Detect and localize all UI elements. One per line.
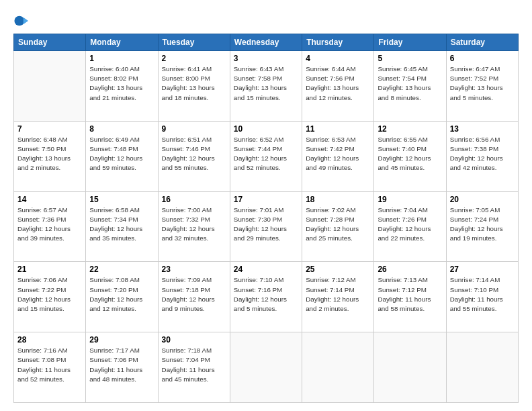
day-info: Sunrise: 7:17 AMSunset: 7:06 PMDaylight:…	[89, 346, 154, 384]
day-info: Sunrise: 6:40 AMSunset: 8:02 PMDaylight:…	[89, 64, 154, 103]
day-info: Sunrise: 7:16 AMSunset: 7:08 PMDaylight:…	[17, 346, 82, 384]
day-cell: 10Sunrise: 6:52 AMSunset: 7:44 PMDayligh…	[230, 121, 302, 191]
header-cell-wednesday: Wednesday	[230, 34, 302, 51]
day-cell	[302, 332, 374, 403]
header-cell-saturday: Saturday	[446, 34, 518, 51]
day-cell: 30Sunrise: 7:18 AMSunset: 7:04 PMDayligh…	[158, 332, 230, 403]
day-number: 24	[234, 265, 298, 274]
day-info: Sunrise: 6:57 AMSunset: 7:36 PMDaylight:…	[17, 205, 82, 244]
header-row: SundayMondayTuesdayWednesdayThursdayFrid…	[14, 34, 519, 51]
day-number: 25	[306, 265, 370, 274]
day-info: Sunrise: 6:56 AMSunset: 7:38 PMDaylight:…	[450, 135, 515, 173]
day-cell: 29Sunrise: 7:17 AMSunset: 7:06 PMDayligh…	[86, 332, 158, 403]
day-info: Sunrise: 7:01 AMSunset: 7:30 PMDaylight:…	[234, 205, 298, 244]
day-number: 22	[89, 265, 154, 274]
day-number: 21	[17, 265, 82, 274]
day-cell: 19Sunrise: 7:04 AMSunset: 7:26 PMDayligh…	[374, 191, 446, 262]
day-cell: 7Sunrise: 6:48 AMSunset: 7:50 PMDaylight…	[14, 121, 86, 191]
day-number: 9	[162, 124, 226, 134]
day-number: 7	[17, 124, 82, 134]
day-info: Sunrise: 6:55 AMSunset: 7:40 PMDaylight:…	[378, 135, 442, 173]
day-info: Sunrise: 6:51 AMSunset: 7:46 PMDaylight:…	[162, 135, 226, 173]
day-info: Sunrise: 7:08 AMSunset: 7:20 PMDaylight:…	[89, 275, 154, 314]
day-number: 10	[234, 124, 298, 134]
day-cell: 12Sunrise: 6:55 AMSunset: 7:40 PMDayligh…	[374, 121, 446, 191]
day-number: 2	[162, 54, 226, 63]
day-number: 14	[17, 195, 82, 204]
day-cell	[446, 332, 518, 403]
week-row-4: 21Sunrise: 7:06 AMSunset: 7:22 PMDayligh…	[14, 262, 519, 332]
day-cell: 14Sunrise: 6:57 AMSunset: 7:36 PMDayligh…	[14, 191, 86, 262]
header-cell-thursday: Thursday	[302, 34, 374, 51]
logo-icon	[13, 13, 28, 28]
header-cell-monday: Monday	[86, 34, 158, 51]
day-cell: 18Sunrise: 7:02 AMSunset: 7:28 PMDayligh…	[302, 191, 374, 262]
day-number: 3	[234, 54, 298, 63]
week-row-5: 28Sunrise: 7:16 AMSunset: 7:08 PMDayligh…	[14, 332, 519, 403]
day-cell	[14, 51, 86, 122]
day-cell: 23Sunrise: 7:09 AMSunset: 7:18 PMDayligh…	[158, 262, 230, 332]
day-cell: 8Sunrise: 6:49 AMSunset: 7:48 PMDaylight…	[86, 121, 158, 191]
day-info: Sunrise: 7:04 AMSunset: 7:26 PMDaylight:…	[378, 205, 442, 244]
day-number: 11	[306, 124, 370, 134]
day-number: 29	[89, 335, 154, 345]
day-cell: 9Sunrise: 6:51 AMSunset: 7:46 PMDaylight…	[158, 121, 230, 191]
day-cell: 26Sunrise: 7:13 AMSunset: 7:12 PMDayligh…	[374, 262, 446, 332]
calendar-table: SundayMondayTuesdayWednesdayThursdayFrid…	[13, 34, 519, 403]
day-cell: 17Sunrise: 7:01 AMSunset: 7:30 PMDayligh…	[230, 191, 302, 262]
day-info: Sunrise: 7:06 AMSunset: 7:22 PMDaylight:…	[17, 275, 82, 314]
week-row-2: 7Sunrise: 6:48 AMSunset: 7:50 PMDaylight…	[14, 121, 519, 191]
day-cell: 13Sunrise: 6:56 AMSunset: 7:38 PMDayligh…	[446, 121, 518, 191]
day-cell: 20Sunrise: 7:05 AMSunset: 7:24 PMDayligh…	[446, 191, 518, 262]
day-number: 27	[450, 265, 515, 274]
day-info: Sunrise: 6:41 AMSunset: 8:00 PMDaylight:…	[162, 64, 226, 103]
day-cell: 28Sunrise: 7:16 AMSunset: 7:08 PMDayligh…	[14, 332, 86, 403]
day-cell: 27Sunrise: 7:14 AMSunset: 7:10 PMDayligh…	[446, 262, 518, 332]
day-info: Sunrise: 7:02 AMSunset: 7:28 PMDaylight:…	[306, 205, 370, 244]
day-cell: 3Sunrise: 6:43 AMSunset: 7:58 PMDaylight…	[230, 51, 302, 122]
day-info: Sunrise: 6:58 AMSunset: 7:34 PMDaylight:…	[89, 205, 154, 244]
week-row-3: 14Sunrise: 6:57 AMSunset: 7:36 PMDayligh…	[14, 191, 519, 262]
day-info: Sunrise: 7:13 AMSunset: 7:12 PMDaylight:…	[378, 275, 442, 314]
day-cell: 11Sunrise: 6:53 AMSunset: 7:42 PMDayligh…	[302, 121, 374, 191]
day-info: Sunrise: 7:14 AMSunset: 7:10 PMDaylight:…	[450, 275, 515, 314]
day-info: Sunrise: 6:48 AMSunset: 7:50 PMDaylight:…	[17, 135, 82, 173]
day-number: 23	[162, 265, 226, 274]
day-number: 18	[306, 195, 370, 204]
day-info: Sunrise: 7:12 AMSunset: 7:14 PMDaylight:…	[306, 275, 370, 314]
day-info: Sunrise: 7:00 AMSunset: 7:32 PMDaylight:…	[162, 205, 226, 244]
day-number: 26	[378, 265, 442, 274]
day-cell: 21Sunrise: 7:06 AMSunset: 7:22 PMDayligh…	[14, 262, 86, 332]
svg-marker-1	[24, 17, 28, 24]
header-cell-sunday: Sunday	[14, 34, 86, 51]
header	[13, 11, 519, 28]
day-cell: 16Sunrise: 7:00 AMSunset: 7:32 PMDayligh…	[158, 191, 230, 262]
day-number: 4	[306, 54, 370, 63]
calendar-body: 1Sunrise: 6:40 AMSunset: 8:02 PMDaylight…	[14, 51, 519, 403]
day-info: Sunrise: 6:44 AMSunset: 7:56 PMDaylight:…	[306, 64, 370, 103]
main-container: SundayMondayTuesdayWednesdayThursdayFrid…	[0, 0, 532, 411]
day-info: Sunrise: 7:05 AMSunset: 7:24 PMDaylight:…	[450, 205, 515, 244]
day-cell: 24Sunrise: 7:10 AMSunset: 7:16 PMDayligh…	[230, 262, 302, 332]
day-number: 16	[162, 195, 226, 204]
header-cell-friday: Friday	[374, 34, 446, 51]
header-cell-tuesday: Tuesday	[158, 34, 230, 51]
day-number: 30	[162, 335, 226, 345]
week-row-1: 1Sunrise: 6:40 AMSunset: 8:02 PMDaylight…	[14, 51, 519, 122]
day-cell: 1Sunrise: 6:40 AMSunset: 8:02 PMDaylight…	[86, 51, 158, 122]
day-cell: 4Sunrise: 6:44 AMSunset: 7:56 PMDaylight…	[302, 51, 374, 122]
day-number: 12	[378, 124, 442, 134]
day-cell	[230, 332, 302, 403]
day-info: Sunrise: 6:53 AMSunset: 7:42 PMDaylight:…	[306, 135, 370, 173]
day-number: 8	[89, 124, 154, 134]
day-number: 17	[234, 195, 298, 204]
day-number: 6	[450, 54, 515, 63]
day-cell: 15Sunrise: 6:58 AMSunset: 7:34 PMDayligh…	[86, 191, 158, 262]
day-info: Sunrise: 6:43 AMSunset: 7:58 PMDaylight:…	[234, 64, 298, 103]
day-info: Sunrise: 7:18 AMSunset: 7:04 PMDaylight:…	[162, 346, 226, 384]
day-cell: 5Sunrise: 6:45 AMSunset: 7:54 PMDaylight…	[374, 51, 446, 122]
day-number: 28	[17, 335, 82, 345]
day-info: Sunrise: 6:47 AMSunset: 7:52 PMDaylight:…	[450, 64, 515, 103]
day-cell: 22Sunrise: 7:08 AMSunset: 7:20 PMDayligh…	[86, 262, 158, 332]
day-cell: 2Sunrise: 6:41 AMSunset: 8:00 PMDaylight…	[158, 51, 230, 122]
